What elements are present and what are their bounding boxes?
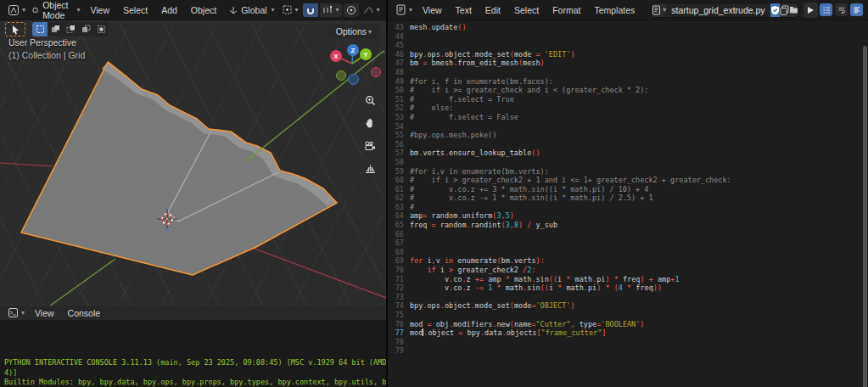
transform-orientation-dropdown[interactable]: Global ▾ [226,3,277,17]
console-output[interactable]: PYTHON INTERACTIVE CONSOLE 3.11.13 (main… [0,320,386,387]
code-line[interactable]: 57bm.verts.ensure_lookup_table() [388,149,868,158]
text-datablock-browse[interactable]: ▾ [652,3,666,18]
code-line[interactable]: 72 v.co.z -= 1 * math.sin((i * math.pi) … [388,283,868,293]
code-line[interactable]: 62# v.co.z -= 1 * math.sin((i * math.pi)… [388,194,868,203]
code-line[interactable]: 43mesh.update() [388,23,868,32]
code-line[interactable]: 58 [388,158,868,167]
code-line[interactable]: 76mod = obj.modifiers.new(name="Cutter",… [388,320,868,329]
camera-view-button[interactable] [361,137,379,155]
menu-view[interactable]: View [84,3,115,18]
code-line[interactable]: 75 [388,311,868,320]
y-axis-line [49,259,115,306]
code-line[interactable]: 67 [388,238,868,248]
code-line[interactable]: 59#for i,v in enumerate(bm.verts): [388,167,868,177]
gizmo-neg-x-ball[interactable] [371,67,381,77]
sidebar-toggle[interactable]: ‹ [383,48,385,56]
menu-select[interactable]: Select [117,3,154,18]
code-line[interactable]: 60# if i > greater_check2 + 1 and i <= 1… [388,176,868,185]
code-line[interactable]: 49#for i, f in enumerate(bm.faces): [388,77,868,87]
select-mode-subtract[interactable] [63,22,78,36]
code-line[interactable]: 46bpy.ops.object.mode_set(mode = 'EDIT') [388,50,868,59]
zoom-button[interactable] [361,91,379,109]
code-line[interactable]: 54 [388,122,868,132]
code-line[interactable]: 63# [388,203,868,212]
text-menu-view[interactable]: View [417,3,448,18]
select-mode-intersect[interactable] [93,22,109,36]
x-axis-line [248,246,386,298]
line-numbers-toggle[interactable] [820,3,832,16]
run-script-button[interactable] [804,3,818,18]
script-filename[interactable]: startup_grid_extrude.py [666,5,770,15]
code-line[interactable]: 74bpy.ops.object.mode_set(mode='OBJECT') [388,301,868,311]
code-line[interactable]: 61# v.co.z += 3 * math.sin((i * math.pi)… [388,185,868,194]
code-line[interactable]: 69for i,v in enumerate(bm.verts): [388,256,868,266]
code-line[interactable]: 50# if i >= greater_check and i < (great… [388,86,868,95]
code-line[interactable]: 55#bpy.ops.mesh.poke() [388,131,868,140]
select-mode-set[interactable] [32,22,48,36]
menu-add[interactable]: Add [155,3,183,18]
perspective-toggle-button[interactable] [361,160,379,178]
syntax-highlight-toggle[interactable] [850,3,863,16]
snap-settings-dropdown[interactable]: ▾ [320,3,342,17]
shield-check-icon [770,5,780,15]
code-line[interactable]: 53# f.select = False [388,113,868,122]
snap-toggle-button[interactable] [303,3,318,17]
code-line[interactable]: 70 if i > greater_check2 /2: [388,266,868,275]
options-dropdown[interactable]: Options ▾ [328,24,379,39]
navigation-gizmo[interactable]: X Z Y [327,42,381,88]
code-editor[interactable]: 43mesh.update()444546bpy.ops.object.mode… [388,20,868,387]
code-line[interactable]: 66 [388,230,868,239]
viewport-canvas[interactable]: Options ▾ User Perspective (1) Collectio… [0,20,386,306]
editor-type-3dview-button[interactable]: ▾ [5,3,28,18]
code-line[interactable]: 56 [388,140,868,149]
active-tool-select-box[interactable] [5,22,25,36]
text-menu-text[interactable]: Text [450,3,478,18]
proportional-falloff-dropdown[interactable]: ▾ [361,3,383,17]
gizmo-neg-z-ball[interactable] [348,74,359,85]
menu-object[interactable]: Object [185,3,222,18]
select-mode-invert[interactable] [78,22,93,36]
gizmo-x-label: X [333,53,338,60]
proportional-edit-toggle[interactable] [344,3,359,17]
code-line-text: # else: [410,104,453,113]
new-text-button[interactable] [780,3,789,18]
snap-target-dropdown[interactable]: ▾ [279,3,301,17]
scrollbar-thumb[interactable] [863,46,867,387]
gizmo-x-axis-ball[interactable]: X [330,50,342,62]
code-line[interactable]: 68 [388,248,868,257]
text-menu-edit[interactable]: Edit [479,3,507,18]
code-line[interactable]: 71 v.co.z += amp * math.sin((i * math.pi… [388,275,868,284]
open-text-button[interactable] [789,3,798,18]
editor-type-console-button[interactable]: ▾ [5,306,27,320]
code-line[interactable]: 78 [388,338,868,347]
scrollbar[interactable] [863,44,867,387]
text-menu-templates[interactable]: Templates [588,3,641,18]
code-line[interactable]: 64amp= random.uniform(3,5) [388,211,868,221]
code-line[interactable]: 73 [388,293,868,302]
code-line[interactable]: 65freq = random.randint(3,8) / y_sub [388,221,868,230]
line-number: 54 [388,122,404,132]
x-axis-line [0,163,53,166]
code-line[interactable]: 48 [388,68,868,77]
gizmo-z-axis-ball[interactable]: Z [347,44,359,56]
select-mode-extend[interactable] [48,22,63,36]
text-menu-format[interactable]: Format [546,3,586,18]
code-line[interactable]: 77mod.object = bpy.data.objects["frame_c… [388,328,868,338]
code-line[interactable]: 47bm = bmesh.from_edit_mesh(mesh) [388,59,868,68]
code-line[interactable]: 79 [388,346,868,356]
console-menu-view[interactable]: View [29,307,60,319]
fake-user-toggle[interactable] [770,3,780,18]
gizmo-y-axis-ball[interactable]: Y [360,48,372,60]
mesh-face[interactable] [21,62,337,275]
console-menu-console[interactable]: Console [62,307,107,319]
pan-button[interactable] [361,114,379,132]
code-line[interactable]: 51# f.select = True [388,95,868,104]
word-wrap-toggle[interactable] [835,3,848,16]
gizmo-neg-y-ball[interactable] [336,70,346,81]
code-line[interactable]: 45 [388,41,868,50]
editor-type-text-button[interactable]: ▾ [393,3,415,17]
text-menu-select[interactable]: Select [508,3,545,18]
mode-select-dropdown[interactable]: Object Mode ▾ [30,0,82,22]
code-line[interactable]: 44 [388,32,868,42]
code-line[interactable]: 52# else: [388,104,868,113]
